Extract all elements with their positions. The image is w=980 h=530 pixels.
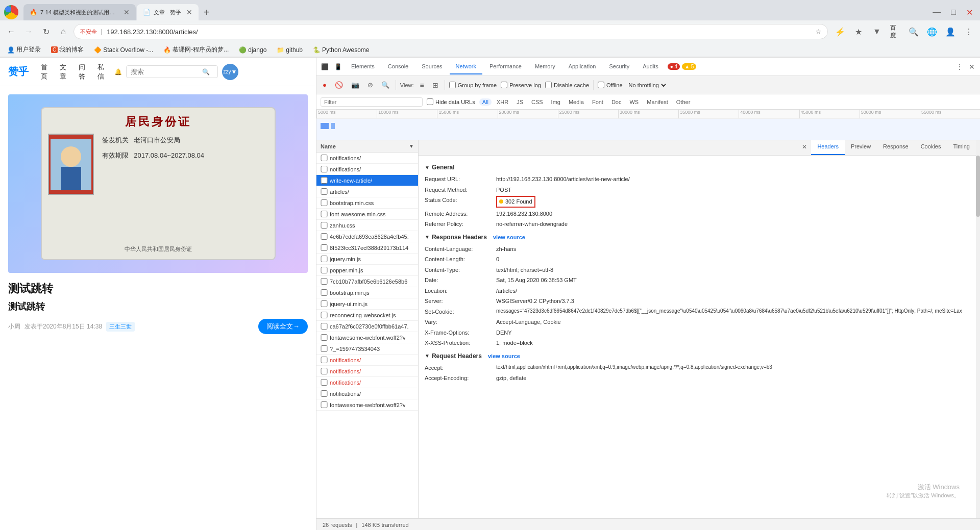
view-list-button[interactable]: ≡ bbox=[418, 80, 426, 90]
zh-avatar[interactable]: zzy ▼ bbox=[222, 64, 238, 80]
nav-message[interactable]: 私信 bbox=[93, 61, 108, 83]
list-item[interactable]: font-awesome.min.css bbox=[316, 209, 418, 220]
preserve-log-checkbox[interactable] bbox=[501, 82, 507, 88]
bookmark-imooc[interactable]: 🔥 慕课网-程序员的梦... bbox=[160, 44, 232, 55]
list-item[interactable]: 8f523fcc317ecf388d29173b114 bbox=[316, 242, 418, 254]
tab-audits[interactable]: Audits bbox=[636, 59, 665, 74]
list-item[interactable]: jquery.min.js bbox=[316, 254, 418, 265]
tab-sources[interactable]: Sources bbox=[415, 59, 448, 74]
tab-network[interactable]: Network bbox=[450, 59, 482, 74]
menu-icon[interactable]: ⋮ bbox=[962, 24, 976, 39]
filter-tag-img[interactable]: Img bbox=[548, 98, 564, 106]
camera-button[interactable]: 📷 bbox=[349, 80, 361, 90]
request-view-source-link[interactable]: view source bbox=[488, 353, 520, 359]
filter-tag-font[interactable]: Font bbox=[589, 98, 606, 106]
group-by-frame-checkbox[interactable] bbox=[449, 82, 456, 88]
list-item[interactable]: ?_=1597473534043 bbox=[316, 343, 418, 355]
list-item[interactable]: popper.min.js bbox=[316, 265, 418, 276]
tab2-close[interactable]: ✕ bbox=[186, 8, 192, 16]
zh-search-box[interactable]: 🔍 bbox=[126, 65, 218, 78]
baidu-extension[interactable]: 百度 bbox=[888, 24, 902, 39]
devtools-close-icon[interactable]: ✕ bbox=[966, 61, 978, 73]
item-check[interactable] bbox=[321, 244, 328, 251]
nav-home[interactable]: 首页 bbox=[37, 61, 52, 83]
filter-tag-media[interactable]: Media bbox=[566, 98, 587, 106]
disable-cache-checkbox[interactable] bbox=[545, 82, 552, 88]
details-tab-response[interactable]: Response bbox=[877, 140, 915, 155]
tab-application[interactable]: Application bbox=[562, 59, 602, 74]
filter-tag-ws[interactable]: WS bbox=[626, 98, 642, 106]
refresh-button[interactable]: ↻ bbox=[39, 24, 53, 39]
account-icon[interactable]: 👤 bbox=[943, 24, 958, 39]
bookmark-login[interactable]: 👤 用户登录 bbox=[4, 44, 44, 55]
details-tab-cookies[interactable]: Cookies bbox=[915, 140, 947, 155]
item-check[interactable] bbox=[321, 345, 328, 352]
details-tab-timing[interactable]: Timing bbox=[947, 140, 976, 155]
item-check[interactable] bbox=[321, 256, 328, 262]
tab1-close[interactable]: ✕ bbox=[124, 8, 130, 16]
filter-tag-js[interactable]: JS bbox=[513, 98, 526, 106]
item-check[interactable] bbox=[321, 166, 328, 172]
list-item[interactable]: 7cb10b77afbf05e6b6126e58b6 bbox=[316, 276, 418, 287]
close-window-button[interactable]: ✕ bbox=[963, 8, 976, 17]
list-item[interactable]: bootstrap.min.css bbox=[316, 197, 418, 209]
extension-bolt[interactable]: ⚡ bbox=[833, 24, 847, 39]
bookmark-blog[interactable]: C 我的博客 bbox=[48, 44, 87, 55]
throttling-select[interactable]: No throttling bbox=[627, 82, 668, 89]
item-check[interactable] bbox=[321, 401, 328, 408]
item-check[interactable] bbox=[321, 357, 328, 363]
new-tab-button[interactable]: + bbox=[200, 7, 214, 18]
extension-star[interactable]: ★ bbox=[851, 24, 866, 39]
home-button[interactable]: ⌂ bbox=[56, 24, 70, 39]
tab-inactive[interactable]: 🔥 7-14 模型类和视图的测试用例_慕课... ✕ bbox=[23, 4, 136, 20]
view-source-link[interactable]: view source bbox=[493, 234, 525, 240]
zh-search-input[interactable] bbox=[131, 68, 202, 75]
view-grid-button[interactable]: ⊞ bbox=[430, 80, 440, 90]
maximize-button[interactable]: □ bbox=[948, 8, 959, 17]
filter-tag-xhr[interactable]: XHR bbox=[494, 98, 511, 106]
list-item-selected[interactable]: write-new-article/ bbox=[316, 175, 418, 186]
devtools-inspect-icon[interactable]: ⬛ bbox=[318, 61, 331, 73]
item-check[interactable] bbox=[321, 233, 328, 240]
filter-tag-manifest[interactable]: Manifest bbox=[644, 98, 671, 106]
tab-active[interactable]: 📄 文章 - 赞乎 ✕ bbox=[137, 4, 199, 20]
hide-data-urls-checkbox[interactable] bbox=[427, 98, 433, 105]
clear-button[interactable]: 🚫 bbox=[333, 80, 345, 90]
filter-input[interactable] bbox=[321, 97, 423, 107]
item-check[interactable] bbox=[321, 289, 328, 296]
tab-elements[interactable]: Elements bbox=[345, 59, 381, 74]
item-check[interactable] bbox=[321, 267, 328, 273]
list-item[interactable]: jquery-ui.min.js bbox=[316, 298, 418, 310]
filter-button[interactable]: ⊘ bbox=[365, 80, 375, 90]
list-item[interactable]: reconnecting-websocket.js bbox=[316, 310, 418, 321]
article-tag[interactable]: 三生三世 bbox=[106, 322, 135, 332]
offline-label[interactable]: Offline bbox=[598, 82, 623, 88]
list-item-red[interactable]: notifications/ bbox=[316, 366, 418, 377]
record-button[interactable]: ● bbox=[321, 80, 329, 90]
filter-tag-all[interactable]: All bbox=[479, 98, 492, 106]
item-check[interactable] bbox=[321, 199, 328, 206]
nav-qa[interactable]: 问答 bbox=[75, 61, 89, 83]
filter-tag-css[interactable]: CSS bbox=[528, 98, 546, 106]
search-extension[interactable]: 🔍 bbox=[906, 24, 921, 39]
preserve-log-label[interactable]: Preserve log bbox=[501, 82, 541, 88]
list-item[interactable]: notifications/ bbox=[316, 164, 418, 175]
item-check[interactable] bbox=[321, 211, 328, 217]
nav-article[interactable]: 文章 bbox=[56, 61, 70, 83]
group-by-frame-label[interactable]: Group by frame bbox=[449, 82, 497, 88]
list-item[interactable]: ca67a2f6c02730e0f0ffbb61a47. bbox=[316, 321, 418, 332]
notification-bell[interactable]: 🔔 bbox=[114, 68, 122, 75]
forward-button[interactable]: → bbox=[21, 24, 36, 39]
list-item[interactable]: 4e6b7cdcfa693ea8628a4efb45: bbox=[316, 231, 418, 242]
hide-data-urls-label[interactable]: Hide data URLs bbox=[427, 98, 475, 105]
list-item[interactable]: articles/ bbox=[316, 186, 418, 197]
filter-tag-other[interactable]: Other bbox=[673, 98, 694, 106]
item-check[interactable] bbox=[321, 155, 328, 161]
item-check[interactable] bbox=[321, 390, 328, 397]
tab-console[interactable]: Console bbox=[382, 59, 414, 74]
details-tab-preview[interactable]: Preview bbox=[845, 140, 877, 155]
timeline-selection[interactable] bbox=[316, 119, 980, 140]
item-check[interactable] bbox=[321, 323, 328, 330]
close-detail-btn[interactable]: ✕ bbox=[798, 140, 811, 155]
minimize-button[interactable]: — bbox=[929, 8, 944, 17]
